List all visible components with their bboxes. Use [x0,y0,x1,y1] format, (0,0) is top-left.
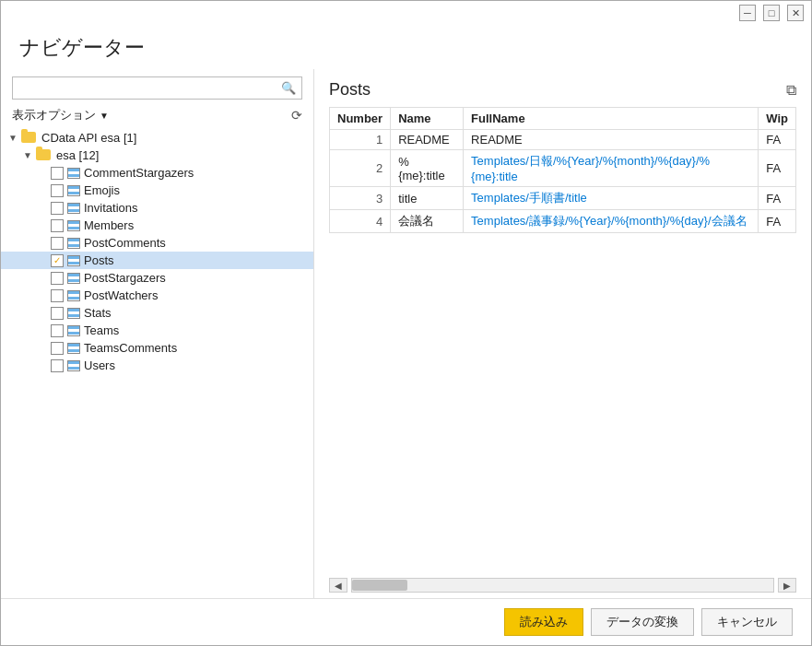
cell-name: title [391,187,464,210]
tree-item-invitations[interactable]: ▶ Invitations [1,199,313,217]
tree-root[interactable]: ▼ CData API esa [1] [1,129,313,147]
load-button[interactable]: 読み込み [504,608,583,636]
maximize-button[interactable]: □ [763,5,780,21]
tree-item-postcomments[interactable]: ▶ PostComments [1,234,313,252]
tree-item-posts[interactable]: ▶ ✓ Posts [1,252,313,269]
tree-item-emojis[interactable]: ▶ Emojis [1,182,313,199]
preview-title-row: Posts ⧉ [329,80,796,100]
data-table: Number Name FullName Wip 1 README README… [329,107,796,233]
item-label: Users [84,358,115,372]
tree-item-poststargazers[interactable]: ▶ PostStargazers [1,269,313,287]
item-label: Emojis [84,183,120,197]
root-collapse-arrow: ▼ [8,133,21,143]
search-input[interactable] [13,77,276,99]
close-button[interactable]: ✕ [787,5,804,21]
item-label: Invitations [84,201,138,215]
tree-area: ▼ CData API esa [1] ▼ esa [12] ▶ [1,129,313,591]
content-area: 🔍 表示オプション ▼ ⟳ ▼ CData API esa [1] [1,69,811,598]
item-checkbox-invitations[interactable] [51,202,64,215]
tree-item-commentstargazers[interactable]: ▶ CommentStargazers [1,164,313,182]
item-label: CommentStargazers [84,166,194,180]
minimize-button[interactable]: ─ [739,5,756,21]
table-icon [67,238,80,249]
page-title: ナビゲーター [1,25,811,69]
item-checkbox-postcomments[interactable] [51,237,64,250]
table-icon [67,325,80,336]
item-label: Stats [84,306,112,320]
tree-item-teams[interactable]: ▶ Teams [1,322,313,339]
tree-item-members[interactable]: ▶ Members [1,217,313,234]
table-icon [67,343,80,354]
item-checkbox-emojis[interactable] [51,184,64,197]
table-row[interactable]: 1 README README FA [330,130,796,150]
tree-item-postwatchers[interactable]: ▶ PostWatchers [1,287,313,304]
refresh-button[interactable]: ⟳ [291,108,302,123]
item-label: Teams [84,323,119,337]
col-name: Name [391,108,464,130]
cell-name: 会議名 [391,210,464,233]
item-label: PostWatchers [84,288,158,302]
cell-wip: FA [759,210,796,233]
item-label: Members [84,218,134,232]
table-icon [67,290,80,301]
col-number: Number [330,108,391,130]
item-checkbox-commentstargazers[interactable] [51,167,64,180]
tree-item-teamscomments[interactable]: ▶ TeamsComments [1,339,313,357]
titlebar: ─ □ ✕ [1,1,811,25]
preview-title: Posts [329,80,371,100]
display-options-button[interactable]: 表示オプション ▼ [12,107,109,123]
table-row[interactable]: 4 会議名 Templates/議事録/%{Year}/%{month}/%{d… [330,210,796,233]
table-icon [67,185,80,196]
cell-wip: FA [759,187,796,210]
col-wip: Wip [759,108,796,130]
cell-name: README [391,130,464,150]
item-checkbox-members[interactable] [51,219,64,232]
cell-num: 3 [330,187,391,210]
cell-fullname: Templates/手順書/title [464,187,759,210]
scroll-thumb[interactable] [352,580,407,591]
options-arrow-icon: ▼ [100,111,109,121]
cancel-button[interactable]: キャンセル [701,608,793,636]
footer: 読み込み データの変換 キャンセル [1,598,811,645]
left-panel: 🔍 表示オプション ▼ ⟳ ▼ CData API esa [1] [1,69,314,598]
cell-fullname: Templates/日報/%{Year}/%{month}/%{day}/%{m… [464,150,759,187]
table-icon [67,273,80,284]
item-checkbox-teams[interactable] [51,324,64,337]
table-icon [67,168,80,179]
options-bar: 表示オプション ▼ ⟳ [12,107,302,123]
root-label: CData API esa [1] [41,131,136,145]
cell-num: 4 [330,210,391,233]
scroll-track[interactable] [351,578,774,593]
scroll-right-arrow[interactable]: ▶ [778,578,796,593]
table-row[interactable]: 3 title Templates/手順書/title FA [330,187,796,210]
item-checkbox-teamscomments[interactable] [51,342,64,355]
horizontal-scrollbar: ◀ ▶ [329,572,796,598]
item-checkbox-posts[interactable]: ✓ [51,254,64,267]
item-checkbox-users[interactable] [51,359,64,372]
scroll-left-arrow[interactable]: ◀ [329,578,347,593]
item-checkbox-poststargazers[interactable] [51,272,64,285]
search-icon-button[interactable]: 🔍 [276,78,301,98]
tree-item-users[interactable]: ▶ Users [1,357,313,374]
navigator-window: ─ □ ✕ ナビゲーター 🔍 表示オプション ▼ ⟳ [0,0,812,646]
item-checkbox-stats[interactable] [51,307,64,320]
col-fullname: FullName [464,108,759,130]
item-checkbox-postwatchers[interactable] [51,289,64,302]
preview-icon-button[interactable]: ⧉ [786,82,796,99]
tree-item-stats[interactable]: ▶ Stats [1,304,313,322]
cell-wip: FA [759,150,796,187]
table-icon [67,255,80,266]
right-panel: Posts ⧉ Number Name FullName Wip 1 READM… [314,69,811,598]
transform-button[interactable]: データの変換 [591,608,694,636]
search-bar: 🔍 [12,76,302,100]
tree-esa[interactable]: ▼ esa [12] [1,147,313,164]
item-label: PostStargazers [84,271,166,285]
esa-folder-icon [36,149,53,162]
cell-fullname: README [464,130,759,150]
cell-num: 1 [330,130,391,150]
table-row[interactable]: 2 %{me}:title Templates/日報/%{Year}/%{mon… [330,150,796,187]
item-label: Posts [84,253,114,267]
table-icon [67,203,80,214]
root-folder-icon [21,132,38,145]
cell-num: 2 [330,150,391,187]
